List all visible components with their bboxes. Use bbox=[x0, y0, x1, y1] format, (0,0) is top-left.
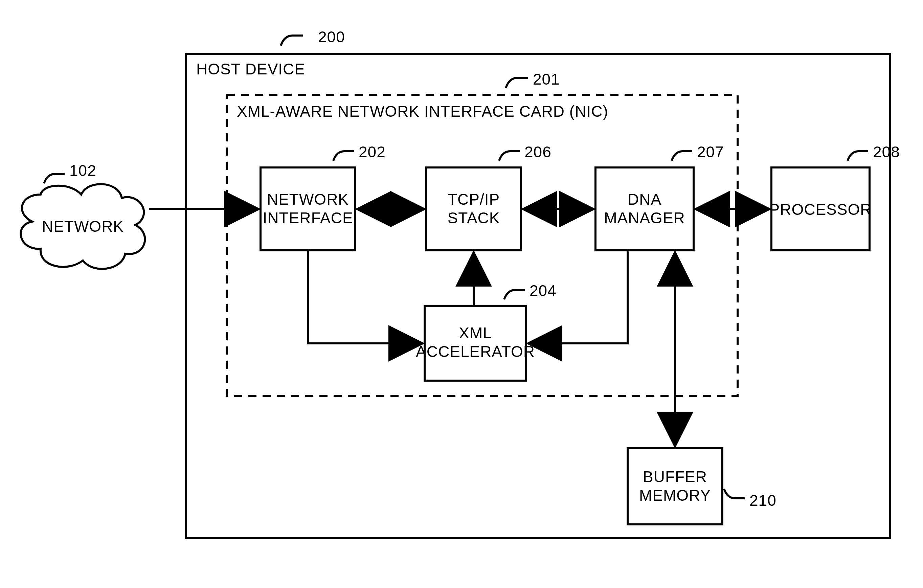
ref-102: 102 bbox=[69, 162, 97, 179]
net-if-label-2: INTERFACE bbox=[263, 209, 353, 227]
ref-202: 202 bbox=[359, 143, 386, 161]
ref-208: 208 bbox=[873, 143, 900, 161]
host-device-label: HOST DEVICE bbox=[196, 60, 305, 78]
ref-204: 204 bbox=[529, 282, 557, 299]
net-if-label-1: NETWORK bbox=[267, 191, 349, 208]
dna-label-1: DNA bbox=[627, 191, 662, 208]
ref-210: 210 bbox=[749, 491, 777, 509]
ref-hook-200 bbox=[281, 36, 303, 46]
xml-label-2: ACCELERATOR bbox=[416, 343, 535, 360]
diagram-canvas: HOST DEVICE 200 XML-AWARE NETWORK INTERF… bbox=[0, 0, 923, 588]
ref-201: 201 bbox=[533, 71, 560, 88]
network-cloud: NETWORK bbox=[21, 184, 145, 269]
dna-label-2: MANAGER bbox=[604, 209, 685, 227]
buf-label-2: MEMORY bbox=[639, 486, 711, 504]
buf-label-1: BUFFER bbox=[643, 468, 707, 486]
ref-206: 206 bbox=[524, 143, 552, 161]
nic-label: XML-AWARE NETWORK INTERFACE CARD (NIC) bbox=[237, 102, 608, 120]
processor-label: PROCESSOR bbox=[769, 200, 872, 218]
tcp-label-1: TCP/IP bbox=[448, 191, 500, 208]
ref-207: 207 bbox=[697, 143, 724, 161]
xml-label-1: XML bbox=[459, 324, 492, 342]
ref-200: 200 bbox=[318, 28, 345, 46]
tcp-label-2: STACK bbox=[448, 209, 500, 227]
ref-hook-102 bbox=[44, 174, 65, 183]
network-label: NETWORK bbox=[42, 218, 124, 235]
